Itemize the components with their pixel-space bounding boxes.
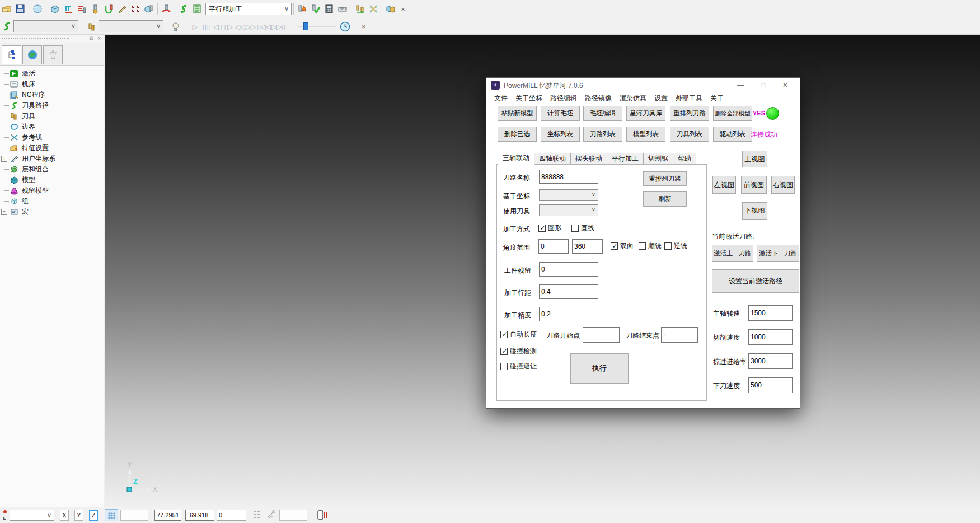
nc-program-list-icon[interactable] [190, 2, 204, 16]
tab-trash[interactable] [43, 45, 63, 64]
checkbox-icon[interactable] [500, 348, 508, 355]
tool-library-button[interactable]: 星河刀具库 [626, 106, 665, 121]
tree-item-activate[interactable]: 激活 [0, 68, 104, 79]
tool-list-button[interactable]: 刀具列表 [670, 127, 709, 142]
checkbox-icon[interactable] [571, 225, 579, 232]
end-point-input[interactable] [661, 327, 698, 343]
close-button[interactable]: ✕ [774, 78, 796, 92]
checkbox-icon[interactable] [611, 242, 618, 250]
stock-edit-button[interactable]: 毛坯编辑 [583, 106, 622, 121]
stepover-input[interactable] [539, 284, 598, 299]
checkbox-icon[interactable] [500, 363, 508, 370]
set-active-path-button[interactable]: 设置当前激活路径 [712, 269, 799, 293]
rearrange-button[interactable]: 重排列刀路 [643, 171, 687, 186]
grid-toggle-icon[interactable] [105, 509, 118, 521]
block-icon[interactable] [48, 2, 62, 16]
save-project-icon[interactable] [13, 2, 27, 16]
axis-z-button[interactable]: Z [89, 510, 98, 521]
menu-about-coords[interactable]: 关于坐标 [515, 94, 542, 105]
maximize-button[interactable]: □ [752, 78, 775, 92]
measure-icon[interactable] [336, 2, 349, 16]
open-project-icon[interactable] [0, 2, 13, 16]
collision-detect-checkbox[interactable]: 碰撞检测 [500, 347, 537, 356]
calculate-block-icon[interactable] [31, 2, 44, 16]
drive-list-button[interactable]: 驱动列表 [713, 127, 752, 142]
skim-feed-input[interactable] [748, 353, 793, 369]
conventional-mill-checkbox[interactable]: 逆铣 [664, 241, 687, 251]
coord-base-select[interactable]: ∨ [539, 189, 598, 201]
tolerance-input[interactable] [539, 307, 598, 321]
stock-allowance-input[interactable] [539, 262, 598, 277]
paste-new-model-button[interactable]: 粘贴新模型 [498, 106, 537, 121]
menu-external-tools[interactable]: 外部工具 [676, 94, 702, 105]
tool-swap-icon[interactable] [353, 2, 367, 16]
pattern-icon[interactable] [129, 2, 142, 16]
collision-check-icon[interactable] [296, 2, 309, 16]
start-point-input[interactable] [583, 327, 620, 343]
menu-path-mirror[interactable]: 路径镜像 [585, 94, 612, 105]
tree-item-macro[interactable]: 宏 [0, 207, 104, 217]
view-left-button[interactable]: 左视图 [712, 176, 736, 194]
axis-x-button[interactable]: X [60, 510, 69, 521]
rearrange-toolpaths-button[interactable]: 重排列刀路 [670, 106, 709, 121]
leads-links-icon[interactable] [102, 2, 115, 16]
verify-toolpath-icon[interactable] [309, 2, 322, 16]
panel-float-icon[interactable]: ⧉ [90, 35, 93, 42]
rapid-heights-icon[interactable] [62, 2, 75, 16]
workplane-combobox[interactable]: ∨ [10, 510, 54, 521]
auto-length-checkbox[interactable]: 自动长度 [500, 330, 537, 339]
panel-close-icon[interactable]: × [97, 35, 101, 41]
checkbox-icon[interactable] [538, 225, 546, 232]
menu-render-sim[interactable]: 渲染仿真 [620, 94, 646, 105]
tab-globe[interactable] [22, 45, 42, 64]
step-forward-button[interactable]: ▯▷ [223, 22, 234, 31]
tree-item-boundary[interactable]: 边界 [0, 122, 104, 132]
tool-use-select[interactable]: ∨ [539, 204, 598, 216]
pause-button[interactable]: ▯▯ [200, 22, 212, 31]
angle-to-input[interactable] [572, 239, 603, 254]
view-front-button[interactable]: 前视图 [741, 176, 767, 194]
cutting-feed-input[interactable] [748, 329, 793, 345]
view-top-button[interactable]: 上视图 [742, 151, 767, 167]
boundary-icon[interactable] [142, 2, 156, 16]
menu-path-edit[interactable]: 路径编辑 [550, 94, 577, 105]
compare-blocks-icon[interactable] [384, 2, 397, 16]
tab-parallel[interactable]: 平行加工 [607, 153, 644, 165]
cursor-z-field[interactable] [217, 510, 246, 521]
tab-3axis[interactable]: 三轴联动 [498, 152, 534, 165]
play-button[interactable]: ▷ [189, 22, 200, 31]
collision-avoid-checkbox[interactable]: 碰撞避让 [500, 362, 537, 371]
tree-item-nc-program[interactable]: NC程序 [0, 90, 104, 100]
expand-icon[interactable] [1, 156, 7, 162]
coordinate-list-icon[interactable] [252, 510, 261, 521]
delete-selected-button[interactable]: 删除已选 [498, 127, 537, 142]
coord-list-button[interactable]: 坐标列表 [541, 127, 580, 142]
dialog-titlebar[interactable]: ✦ PowerMILL 忆梦星河 7.0.6 — □ ✕ [486, 78, 800, 92]
tool-combobox[interactable]: ∨ [99, 20, 163, 32]
bulb-icon[interactable] [169, 19, 182, 34]
tree-item-tool[interactable]: 刀具 [0, 111, 104, 122]
tree-item-model[interactable]: 模型 [0, 175, 104, 185]
calculator-icon[interactable] [322, 2, 336, 16]
go-to-start-button[interactable]: ▯◁◁ [256, 22, 271, 31]
delete-all-models-button[interactable]: 删除全部模型 [713, 106, 752, 121]
tab-saw[interactable]: 切割锯 [643, 153, 673, 165]
calc-stock-button[interactable]: 计算毛坯 [541, 106, 580, 121]
tree-item-workplane[interactable]: 用户坐标系 [0, 153, 104, 164]
spindle-speed-input[interactable] [748, 305, 793, 321]
activate-prev-toolpath-button[interactable]: 激活上一刀路 [712, 245, 753, 262]
tree-item-levels[interactable]: 层和组合 [0, 164, 104, 175]
rewind-button[interactable]: ◁◁ [234, 22, 245, 31]
tree-item-pattern[interactable]: 参考线 [0, 132, 104, 143]
tree-item-stock-model[interactable]: 残留模型 [0, 185, 104, 196]
bidirectional-checkbox[interactable]: 双向 [611, 241, 634, 251]
checkbox-icon[interactable] [664, 242, 672, 250]
activate-next-toolpath-button[interactable]: 激活下一刀路 [757, 245, 799, 262]
expand-icon[interactable] [1, 209, 7, 215]
tree-item-feature-set[interactable]: 特征设置 [0, 143, 104, 153]
drag-grip[interactable] [2, 38, 69, 39]
simulation-speed-slider[interactable] [298, 21, 335, 31]
slider-handle[interactable] [303, 22, 308, 30]
mode-circle-checkbox[interactable]: 圆形 [538, 223, 561, 233]
menu-file[interactable]: 文件 [494, 94, 508, 105]
